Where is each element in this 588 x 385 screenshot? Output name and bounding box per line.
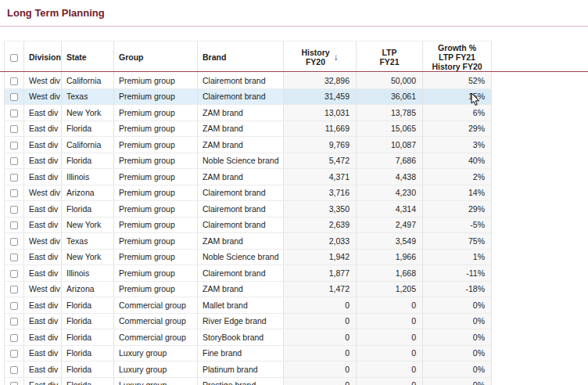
cell-growth[interactable]: 3% [423,137,492,153]
cell-growth[interactable]: -18% [423,281,492,297]
row-checkbox[interactable] [10,286,18,293]
row-checkbox[interactable] [10,157,18,165]
row-checkbox[interactable] [10,270,18,278]
cell-growth[interactable]: 40% [423,153,492,169]
row-checkbox[interactable] [10,110,18,117]
cell-history-fy20[interactable]: 9,769 [284,137,357,153]
table-row[interactable]: East div New York Premium group ZAM bran… [5,105,492,121]
row-checkbox[interactable] [10,302,18,310]
cell-ltp-fy21[interactable]: 7,686 [357,153,423,169]
cell-ltp-fy21[interactable]: 50,000 [357,73,423,89]
cell-ltp-fy21[interactable]: 4,230 [357,185,423,201]
cell-growth[interactable]: -5% [423,217,492,233]
cell-ltp-fy21[interactable]: 0 [357,329,423,346]
table-row[interactable]: East div New York Premium group Noble Sc… [5,249,492,265]
cell-ltp-fy21[interactable]: 3,549 [357,233,423,250]
table-row[interactable]: East div California Premium group ZAM br… [5,137,492,153]
row-checkbox[interactable] [10,238,18,246]
cell-growth[interactable]: 0% [423,329,492,346]
row-checkbox[interactable] [10,206,18,214]
row-checkbox[interactable] [10,125,18,133]
cell-history-fy20[interactable]: 0 [284,313,357,329]
cell-growth[interactable]: 0% [423,345,492,362]
row-checkbox[interactable] [10,142,18,149]
cell-growth[interactable]: 6% [423,105,492,121]
cell-ltp-fy21[interactable]: 4,314 [357,201,423,218]
cell-ltp-fy21[interactable]: 2,497 [357,217,423,233]
cell-history-fy20[interactable]: 0 [284,345,357,362]
row-checkbox[interactable] [10,254,18,261]
cell-history-fy20[interactable]: 1,472 [284,281,357,297]
cell-history-fy20[interactable]: 32,896 [284,73,357,89]
table-row[interactable]: East div Illinois Premium group Clairemo… [5,265,492,282]
cell-growth[interactable]: 0% [423,313,492,329]
table-row[interactable]: East div Florida Luxury group Fine brand… [5,345,492,362]
cell-history-fy20[interactable]: 3,350 [284,201,357,218]
table-row[interactable]: East div Florida Premium group ZAM brand… [5,121,492,137]
cell-ltp-fy21[interactable]: 36,061 [357,88,423,105]
row-checkbox[interactable] [10,221,18,229]
table-row[interactable]: East div Illinois Premium group ZAM bran… [5,169,492,185]
select-all-checkbox[interactable] [10,54,18,62]
cell-history-fy20[interactable]: 2,033 [284,233,357,250]
cell-ltp-fy21[interactable]: 0 [357,313,423,329]
table-row[interactable]: East div Florida Luxury group Platinum b… [5,362,492,378]
cell-growth[interactable]: 14% [423,185,492,201]
table-row[interactable]: East div Florida Commercial group Mallet… [5,297,492,314]
cell-growth[interactable]: 2% [423,169,492,185]
row-checkbox[interactable] [10,77,18,85]
cell-ltp-fy21[interactable]: 1,668 [357,265,423,282]
cell-history-fy20[interactable]: 5,472 [284,153,357,169]
cell-growth[interactable]: 0% [423,362,492,378]
row-checkbox[interactable] [10,334,18,342]
cell-ltp-fy21[interactable]: 10,087 [357,137,423,153]
header-group[interactable]: Group [114,41,198,73]
cell-ltp-fy21[interactable]: 0 [357,362,423,378]
cell-growth[interactable]: -11% [423,265,492,282]
row-checkbox[interactable] [10,174,18,182]
cell-growth[interactable]: 0% [423,297,492,314]
cell-ltp-fy21[interactable]: 1,966 [357,249,423,265]
cell-growth[interactable]: 29% [423,121,492,137]
row-checkbox[interactable] [10,366,18,374]
table-row[interactable]: West div Texas Premium group ZAM brand 2… [5,233,492,250]
table-row[interactable]: East div Florida Luxury group Prestige b… [5,377,492,385]
header-state[interactable]: State [62,41,114,73]
cell-ltp-fy21[interactable]: 0 [357,345,423,362]
table-row[interactable]: West div Arizona Premium group Clairemon… [5,185,492,201]
cell-history-fy20[interactable]: 0 [284,377,357,385]
header-growth[interactable]: Growth % LTP FY21 History FY20 [423,41,492,73]
cell-history-fy20[interactable]: 3,716 [284,185,357,201]
cell-growth[interactable]: 1% [423,249,492,265]
sort-descending-icon[interactable]: ↓ [334,52,339,62]
row-checkbox[interactable] [10,382,18,385]
cell-ltp-fy21[interactable]: 1,205 [357,281,423,297]
cell-history-fy20[interactable]: 2,639 [284,217,357,233]
table-row[interactable]: East div Florida Commercial group StoryB… [5,329,492,346]
cell-history-fy20[interactable]: 1,942 [284,249,357,265]
cell-growth[interactable]: 15% [423,88,492,105]
cell-ltp-fy21[interactable]: 4,438 [357,169,423,185]
table-row[interactable]: West div California Premium group Claire… [5,73,492,89]
cell-ltp-fy21[interactable]: 15,065 [357,121,423,137]
table-row[interactable]: East div Florida Premium group Noble Sci… [5,153,492,169]
header-history-fy20[interactable]: History FY20 ↓ [284,41,357,73]
cell-history-fy20[interactable]: 1,877 [284,265,357,282]
table-row[interactable]: East div Florida Commercial group River … [5,313,492,329]
cell-growth[interactable]: 29% [423,201,492,218]
cell-ltp-fy21[interactable]: 13,785 [357,105,423,121]
cell-history-fy20[interactable]: 13,031 [284,105,357,121]
cell-ltp-fy21[interactable]: 0 [357,297,423,314]
cell-growth[interactable]: 0% [423,377,492,385]
row-checkbox[interactable] [10,318,18,326]
row-checkbox[interactable] [10,189,18,197]
header-brand[interactable]: Brand [198,41,284,73]
cell-ltp-fy21[interactable]: 0 [357,377,423,385]
cell-history-fy20[interactable]: 31,459 [284,88,357,105]
cell-history-fy20[interactable]: 0 [284,297,357,314]
cell-history-fy20[interactable]: 0 [284,362,357,378]
cell-history-fy20[interactable]: 4,371 [284,169,357,185]
header-ltp-fy21[interactable]: LTP FY21 [357,41,423,73]
row-checkbox[interactable] [10,93,18,101]
header-division[interactable]: Division [24,41,62,73]
